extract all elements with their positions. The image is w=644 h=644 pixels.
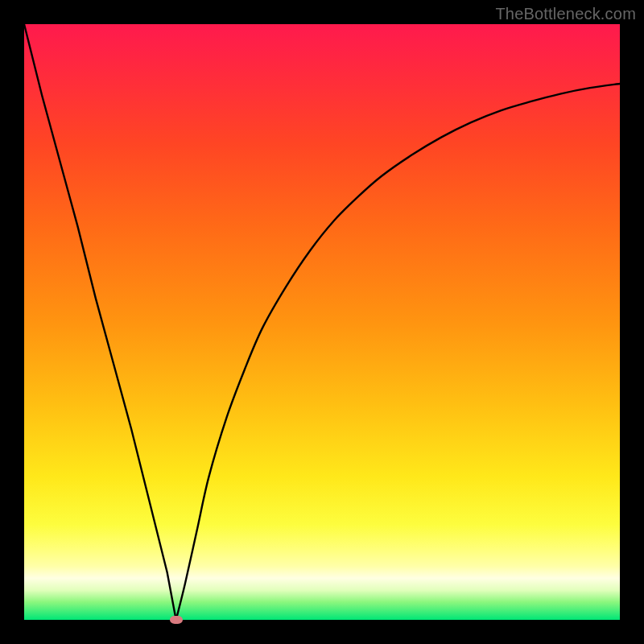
chart-frame: TheBottleneck.com <box>0 0 644 644</box>
bottleneck-curve <box>24 24 620 620</box>
optimal-marker <box>170 616 183 624</box>
curve-path <box>24 24 620 620</box>
plot-area <box>24 24 620 620</box>
watermark-text: TheBottleneck.com <box>495 5 636 23</box>
